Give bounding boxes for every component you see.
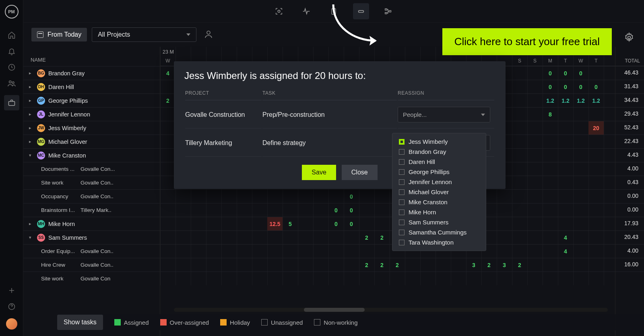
flow-icon[interactable] bbox=[380, 3, 396, 19]
hours-cell[interactable]: 0 bbox=[328, 217, 344, 230]
hours-cell[interactable]: 3 bbox=[466, 258, 481, 272]
hours-cell[interactable]: 2 bbox=[512, 258, 527, 272]
checkbox[interactable] bbox=[399, 169, 405, 175]
hours-cell[interactable]: 1.2 bbox=[543, 94, 558, 107]
task-row[interactable]: Site workGovalle Con.. bbox=[23, 176, 160, 189]
checkbox[interactable] bbox=[399, 189, 405, 195]
hours-cell[interactable]: 1.2 bbox=[558, 94, 573, 107]
chevron-right-icon[interactable]: ▸ bbox=[29, 125, 34, 131]
person-row[interactable]: ▾MCMike Cranston bbox=[23, 148, 160, 162]
person-filter-icon[interactable] bbox=[204, 29, 213, 40]
checkbox[interactable] bbox=[399, 159, 405, 165]
bell-icon[interactable] bbox=[7, 47, 16, 56]
checkbox[interactable] bbox=[399, 149, 405, 155]
hours-cell[interactable]: 0 bbox=[573, 66, 588, 80]
dropdown-option[interactable]: Jennifer Lennon bbox=[392, 177, 486, 187]
checkbox[interactable] bbox=[399, 139, 405, 145]
chevron-down-icon[interactable]: ▾ bbox=[29, 235, 34, 240]
attachment-icon[interactable] bbox=[353, 3, 369, 19]
hours-cell[interactable]: 20 bbox=[588, 121, 604, 135]
hours-cell[interactable]: 4 bbox=[558, 231, 573, 244]
plus-icon[interactable] bbox=[7, 286, 16, 295]
clock-icon[interactable] bbox=[7, 63, 16, 72]
hours-cell[interactable]: 1.2 bbox=[588, 94, 604, 107]
dropdown-option[interactable]: Jess Wimberly bbox=[392, 137, 486, 147]
person-row[interactable]: ▸JWJess Wimberly bbox=[23, 121, 160, 135]
hours-cell[interactable]: 3 bbox=[497, 258, 512, 272]
dropdown-option[interactable]: Michael Glover bbox=[392, 187, 486, 197]
home-icon[interactable] bbox=[7, 31, 16, 39]
hours-cell[interactable]: 0 bbox=[344, 217, 359, 230]
chevron-right-icon[interactable]: ▸ bbox=[29, 98, 34, 103]
chevron-right-icon[interactable]: ▸ bbox=[29, 84, 34, 89]
hours-cell[interactable]: 2 bbox=[359, 258, 374, 272]
hours-cell[interactable]: 2 bbox=[374, 231, 390, 244]
dropdown-option[interactable]: Sam Summers bbox=[392, 217, 486, 227]
task-row[interactable]: OccupancyGovalle Con.. bbox=[23, 189, 160, 203]
person-row[interactable]: ▸BGBrandon Gray bbox=[23, 66, 160, 80]
dropdown-option[interactable]: Mike Cranston bbox=[392, 197, 486, 207]
hours-cell[interactable]: 2 bbox=[374, 258, 390, 272]
hours-cell[interactable]: 0 bbox=[588, 80, 604, 93]
dropdown-option[interactable]: Tara Washington bbox=[392, 237, 486, 247]
settings-icon[interactable] bbox=[624, 32, 634, 44]
hours-cell[interactable]: 0 bbox=[344, 190, 359, 203]
from-today-button[interactable]: From Today bbox=[31, 28, 87, 41]
task-row[interactable]: Site workGovalle Con bbox=[23, 272, 160, 285]
person-row[interactable]: ▸MHMike Horn bbox=[23, 217, 160, 230]
reassign-select[interactable]: People... bbox=[398, 107, 490, 122]
task-row[interactable]: Order Equip...Govalle Con.. bbox=[23, 244, 160, 258]
close-button[interactable]: Close bbox=[342, 165, 378, 180]
checkbox[interactable] bbox=[399, 199, 405, 205]
hours-cell[interactable]: 2 bbox=[390, 258, 405, 272]
people-dropdown[interactable]: Jess WimberlyBrandon GrayDaren HillGeorg… bbox=[392, 133, 486, 251]
show-tasks-button[interactable]: Show tasks bbox=[57, 315, 103, 330]
people-icon[interactable] bbox=[7, 79, 16, 88]
projects-select[interactable]: All Projects bbox=[92, 27, 196, 42]
dropdown-option[interactable]: George Phillips bbox=[392, 167, 486, 177]
dropdown-option[interactable]: Mike Horn bbox=[392, 207, 486, 217]
dropdown-option[interactable]: Daren Hill bbox=[392, 157, 486, 167]
hours-cell[interactable]: 8 bbox=[543, 108, 558, 121]
person-row[interactable]: ▸MGMichael Glover bbox=[23, 135, 160, 148]
user-avatar[interactable] bbox=[6, 318, 17, 330]
chevron-right-icon[interactable]: ▸ bbox=[29, 221, 34, 226]
checkbox[interactable] bbox=[399, 240, 405, 245]
task-row[interactable]: Documents ...Govalle Con... bbox=[23, 162, 160, 176]
hours-cell[interactable]: 0 bbox=[328, 203, 344, 217]
scan-icon[interactable] bbox=[271, 3, 287, 19]
dropdown-option[interactable]: Samantha Cummings bbox=[392, 227, 486, 237]
hours-cell[interactable]: 4 bbox=[558, 245, 573, 258]
task-row[interactable]: Brainstorm I...Tillery Mark.. bbox=[23, 203, 160, 217]
hours-cell[interactable]: 0 bbox=[344, 203, 359, 217]
checkbox[interactable] bbox=[399, 230, 405, 235]
hours-cell[interactable]: 1.2 bbox=[573, 94, 588, 107]
person-row[interactable]: ▸GPGeorge Phillips bbox=[23, 93, 160, 107]
clipboard-icon[interactable] bbox=[326, 3, 342, 19]
horizontal-scrollbar[interactable] bbox=[174, 308, 608, 312]
save-button[interactable]: Save bbox=[302, 165, 336, 180]
task-row[interactable]: Hire CrewGovalle Con.. bbox=[23, 258, 160, 272]
briefcase-icon[interactable] bbox=[4, 95, 19, 110]
chevron-right-icon[interactable]: ▸ bbox=[29, 112, 34, 117]
hours-cell[interactable]: 0 bbox=[543, 80, 558, 93]
checkbox[interactable] bbox=[399, 179, 405, 185]
person-row[interactable]: ▾SSSam Summers bbox=[23, 230, 160, 244]
hours-cell[interactable]: 0 bbox=[543, 66, 558, 80]
checkbox[interactable] bbox=[399, 220, 405, 225]
dropdown-option[interactable]: Brandon Gray bbox=[392, 147, 486, 157]
hours-cell[interactable]: 2 bbox=[481, 258, 497, 272]
person-row[interactable]: ▸DHDaren Hill bbox=[23, 80, 160, 93]
activity-icon[interactable] bbox=[298, 3, 314, 19]
checkbox[interactable] bbox=[399, 209, 405, 215]
chevron-right-icon[interactable]: ▸ bbox=[29, 139, 34, 144]
free-trial-cta[interactable]: Click here to start your free trial bbox=[442, 28, 612, 55]
chevron-right-icon[interactable]: ▸ bbox=[29, 71, 34, 76]
hours-cell[interactable]: 5 bbox=[283, 217, 298, 230]
hours-cell[interactable]: 4 bbox=[160, 66, 175, 80]
hours-cell[interactable]: 12.5 bbox=[267, 217, 283, 230]
hours-cell[interactable]: 0 bbox=[573, 80, 588, 93]
help-icon[interactable] bbox=[7, 302, 16, 311]
hours-cell[interactable]: 2 bbox=[359, 231, 374, 244]
hours-cell[interactable]: 2 bbox=[160, 94, 175, 107]
